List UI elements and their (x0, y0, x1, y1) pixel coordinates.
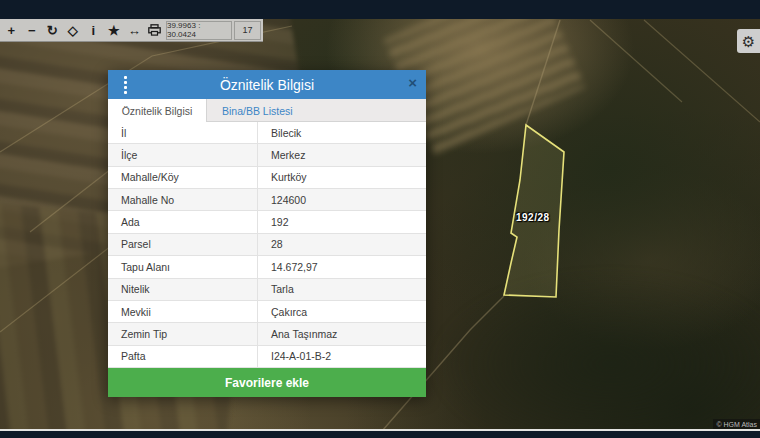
map-forest-southeast (430, 269, 760, 438)
row-value: Kurtköy (257, 167, 426, 188)
table-row: PaftaI24-A-01-B-2 (108, 346, 426, 368)
modal-title: Öznitelik Bilgisi (108, 77, 426, 93)
locate-button[interactable]: ◇ (63, 19, 84, 42)
favorites-button[interactable]: ★ (104, 19, 125, 42)
info-icon: i (91, 24, 95, 37)
row-value: Bilecik (257, 122, 426, 143)
row-label: Ada (108, 211, 257, 232)
table-row: Tapu Alanı14.672,97 (108, 256, 426, 278)
table-row: NitelikTarla (108, 279, 426, 301)
zoom-out-button[interactable]: − (22, 19, 43, 42)
row-label: Mahalle No (108, 189, 257, 210)
close-icon[interactable]: × (408, 75, 417, 90)
kebab-menu-button[interactable] (118, 74, 132, 95)
top-chrome-bar (0, 0, 760, 19)
parcel-label[interactable]: 192/28 (516, 212, 550, 223)
row-label: Nitelik (108, 279, 257, 300)
gear-icon: ⚙ (742, 34, 755, 49)
row-value: 14.672,97 (257, 256, 426, 277)
table-row: Zemin TipAna Taşınmaz (108, 323, 426, 345)
row-value: 124600 (257, 189, 426, 210)
attribute-table: İlBilecikİlçeMerkezMahalle/KöyKurtköyMah… (108, 122, 426, 368)
row-value: Tarla (257, 279, 426, 300)
table-row: İlBilecik (108, 122, 426, 144)
row-label: Pafta (108, 346, 257, 367)
star-icon: ★ (108, 24, 120, 37)
print-button[interactable] (145, 19, 166, 42)
plus-icon: + (7, 24, 15, 37)
tab-oznitelik-bilgisi[interactable]: Öznitelik Bilgisi (108, 99, 207, 122)
row-label: Mahalle/Köy (108, 167, 257, 188)
attribute-modal: Öznitelik Bilgisi × Öznitelik Bilgisi Bi… (108, 70, 426, 397)
tab-bina-bb-listesi[interactable]: Bina/BB Listesi (218, 99, 297, 122)
settings-button[interactable]: ⚙ (737, 29, 760, 53)
table-row: Ada192 (108, 211, 426, 233)
row-value: 192 (257, 211, 426, 232)
zoom-level-display: 17 (234, 21, 261, 40)
coordinates-display: 39.9963 : 30.0424 (166, 21, 232, 40)
add-to-favorites-button[interactable]: Favorilere ekle (108, 368, 426, 397)
table-row: İlçeMerkez (108, 144, 426, 166)
info-button[interactable]: i (83, 19, 104, 42)
measure-button[interactable]: ↔ (124, 19, 145, 42)
minus-icon: − (28, 24, 36, 37)
map-toolbar: +−↻◇i★↔ 39.9963 : 30.0424 17 (0, 19, 263, 42)
table-row: MevkiiÇakırca (108, 301, 426, 323)
row-label: Parsel (108, 234, 257, 255)
row-label: Tapu Alanı (108, 256, 257, 277)
row-value: Çakırca (257, 301, 426, 322)
kebab-menu-icon (124, 76, 127, 79)
printer-icon (148, 24, 161, 36)
row-value: Merkez (257, 144, 426, 165)
app-window: 192/28 +−↻◇i★↔ 39.9963 : 30.0424 17 ⚙ Öz… (0, 0, 760, 438)
diamond-icon: ◇ (68, 24, 78, 37)
row-label: İlçe (108, 144, 257, 165)
row-value: 28 (257, 234, 426, 255)
horizontal-arrows-icon: ↔ (128, 24, 141, 37)
table-row: Parsel28 (108, 234, 426, 256)
row-value: I24-A-01-B-2 (257, 346, 426, 367)
toolbar-buttons: +−↻◇i★↔ (1, 19, 165, 42)
refresh-button[interactable]: ↻ (42, 19, 63, 42)
row-label: Zemin Tip (108, 323, 257, 344)
zoom-in-button[interactable]: + (1, 19, 22, 42)
tab-bar: Öznitelik Bilgisi Bina/BB Listesi (108, 99, 426, 122)
bottom-chrome-bar (0, 431, 760, 438)
modal-header: Öznitelik Bilgisi × (108, 70, 426, 99)
row-label: İl (108, 122, 257, 143)
refresh-icon: ↻ (47, 24, 58, 37)
table-row: Mahalle No124600 (108, 189, 426, 211)
table-row: Mahalle/KöyKurtköy (108, 167, 426, 189)
row-label: Mevkii (108, 301, 257, 322)
row-value: Ana Taşınmaz (257, 323, 426, 344)
